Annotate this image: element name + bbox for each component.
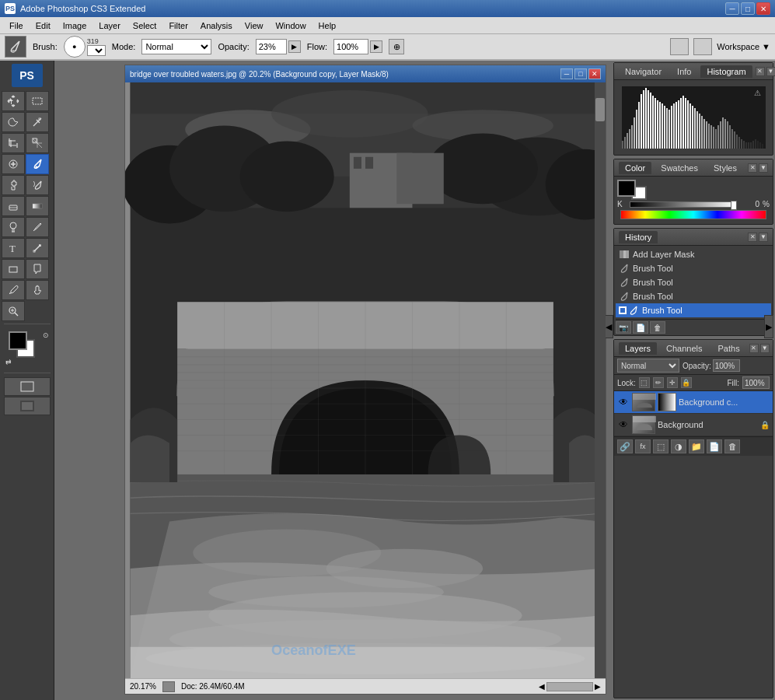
layer-link-btn[interactable]: 🔗: [617, 439, 633, 453]
layer-new-btn[interactable]: 📄: [707, 439, 722, 453]
zoom-tool[interactable]: [2, 301, 25, 321]
brush-selector[interactable]: ● 319: [64, 36, 106, 58]
opacity-control[interactable]: ▶: [256, 39, 301, 54]
menu-help[interactable]: Help: [312, 19, 343, 32]
notes-tool[interactable]: [26, 259, 49, 279]
slice-tool[interactable]: [26, 133, 49, 153]
type-tool[interactable]: T: [2, 238, 25, 258]
layout-button[interactable]: [670, 38, 689, 55]
foreground-color-swatch[interactable]: [9, 331, 27, 350]
history-tab[interactable]: History: [619, 231, 658, 243]
histogram-menu-btn[interactable]: ▼: [766, 67, 775, 76]
create-snapshot-btn[interactable]: 📷: [616, 321, 631, 334]
color-menu-btn[interactable]: ▼: [759, 163, 768, 173]
create-doc-btn[interactable]: 📄: [633, 321, 648, 334]
healing-brush-tool[interactable]: [2, 154, 25, 174]
opacity-input[interactable]: [256, 39, 287, 54]
layer-fill-input[interactable]: [742, 376, 770, 389]
history-item-4[interactable]: Brush Tool: [616, 303, 771, 317]
scrollbar-thumb[interactable]: [595, 98, 605, 121]
menu-filter[interactable]: Filter: [162, 19, 194, 32]
doc-minimize-btn[interactable]: ─: [560, 68, 573, 79]
opacity-arrow[interactable]: ▶: [288, 40, 301, 53]
layer-group-btn[interactable]: 📁: [689, 439, 704, 453]
paths-tab[interactable]: Paths: [712, 342, 746, 355]
delete-history-btn[interactable]: 🗑: [650, 321, 665, 334]
eyedropper-tool[interactable]: [2, 280, 25, 300]
rainbow-bar[interactable]: [620, 210, 766, 219]
scroll-arrows[interactable]: ◀ ▶: [539, 682, 601, 691]
brush-tool-icon[interactable]: [5, 36, 26, 58]
history-options-btn[interactable]: ▼: [759, 233, 768, 242]
layer-mask-btn[interactable]: ⬚: [653, 439, 669, 453]
history-item-0[interactable]: Add Layer Mask: [616, 247, 771, 261]
swap-colors-icon[interactable]: ⇄: [5, 358, 12, 366]
mode-select[interactable]: Normal: [141, 39, 211, 54]
dodge-burn-tool[interactable]: [2, 217, 25, 237]
view-mode-normal[interactable]: [4, 377, 51, 396]
history-item-2[interactable]: Brush Tool: [616, 275, 771, 289]
lock-position-btn[interactable]: ✛: [667, 377, 678, 388]
move-tool[interactable]: [2, 91, 25, 111]
brush-dropdown[interactable]: [87, 45, 106, 56]
history-close-btn[interactable]: ✕: [748, 233, 757, 242]
scroll-left[interactable]: ◀: [539, 682, 545, 691]
scroll-right[interactable]: ▶: [595, 682, 601, 691]
navigator-tab[interactable]: Navigator: [619, 65, 668, 78]
layer-opacity-input[interactable]: [713, 359, 740, 372]
histogram-tab[interactable]: Histogram: [700, 65, 752, 78]
path-select-tool[interactable]: [26, 238, 49, 258]
h-scrollbar[interactable]: [546, 682, 593, 691]
styles-tab[interactable]: Styles: [707, 162, 743, 174]
layer-0-visibility[interactable]: 👁: [617, 396, 630, 408]
vertical-scrollbar[interactable]: [595, 82, 606, 678]
layer-1-visibility[interactable]: 👁: [617, 418, 630, 431]
menu-analysis[interactable]: Analysis: [194, 19, 239, 32]
layers-menu-btn[interactable]: ▼: [760, 344, 770, 353]
layers-tab[interactable]: Layers: [619, 342, 657, 355]
layout-button2[interactable]: [693, 38, 712, 55]
color-close-btn[interactable]: ✕: [748, 163, 757, 173]
layer-fx-btn[interactable]: fx: [635, 439, 651, 453]
doc-restore-btn[interactable]: □: [574, 68, 587, 79]
doc-close-btn[interactable]: ✕: [588, 68, 601, 79]
workspace-button[interactable]: Workspace ▼: [717, 42, 770, 51]
pen-tool[interactable]: [26, 217, 49, 237]
shape-tool[interactable]: [2, 259, 25, 279]
lock-image-btn[interactable]: ✏: [653, 377, 664, 388]
stamp-tool[interactable]: [2, 175, 25, 195]
histogram-close-btn[interactable]: ✕: [756, 67, 765, 76]
airbrush-button[interactable]: ⊕: [389, 39, 404, 54]
lock-all-btn[interactable]: 🔒: [681, 377, 692, 388]
gradient-tool[interactable]: [26, 196, 49, 216]
swatches-tab[interactable]: Swatches: [655, 162, 704, 174]
k-slider[interactable]: [630, 201, 737, 208]
minimize-button[interactable]: ─: [725, 2, 739, 15]
flow-input[interactable]: [333, 39, 368, 54]
hand-tool[interactable]: [26, 280, 49, 300]
history-item-1[interactable]: Brush Tool: [616, 261, 771, 275]
panels-collapse-right[interactable]: ▶: [764, 315, 773, 338]
menu-select[interactable]: Select: [127, 19, 163, 32]
layer-row-1[interactable]: 👁 Background 🔒: [614, 414, 773, 436]
menu-edit[interactable]: Edit: [30, 19, 57, 32]
info-tab[interactable]: Info: [671, 65, 697, 78]
history-brush-tool[interactable]: [26, 175, 49, 195]
k-slider-thumb[interactable]: [731, 201, 737, 210]
channels-tab[interactable]: Channels: [660, 342, 708, 355]
menu-image[interactable]: Image: [57, 19, 93, 32]
layers-close-btn[interactable]: ✕: [749, 344, 759, 353]
lasso-tool[interactable]: [2, 112, 25, 132]
menu-view[interactable]: View: [239, 19, 270, 32]
maximize-button[interactable]: □: [741, 2, 755, 15]
status-icon[interactable]: [162, 681, 175, 692]
flow-control[interactable]: ▶: [333, 39, 382, 54]
fg-color-box[interactable]: [617, 180, 636, 197]
doc-window-controls[interactable]: ─ □ ✕: [560, 68, 601, 79]
history-item-3[interactable]: Brush Tool: [616, 289, 771, 303]
marquee-tool[interactable]: [26, 91, 49, 111]
menu-window[interactable]: Window: [269, 19, 312, 32]
title-controls[interactable]: ─ □ ✕: [725, 2, 770, 15]
layer-adjustment-btn[interactable]: ◑: [671, 439, 686, 453]
magic-wand-tool[interactable]: [26, 112, 49, 132]
